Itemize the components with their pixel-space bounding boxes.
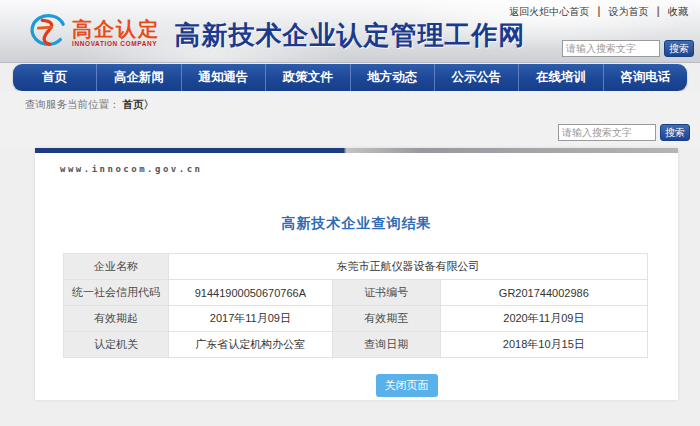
field-value-credit-code: 91441900050670766A [169, 280, 333, 306]
link-torch-home[interactable]: 返回火炬中心首页 [509, 5, 589, 19]
secondary-search-input[interactable] [558, 124, 656, 141]
header-search: 搜索 [562, 40, 694, 57]
panel-top-bar [35, 148, 678, 153]
field-value-valid-to: 2020年11月09日 [440, 306, 647, 332]
field-value-cert-no: GR201744002986 [440, 280, 647, 306]
table-row: 认定机关 广东省认定机构办公室 查询日期 2018年10月15日 [64, 332, 648, 358]
close-page-button[interactable]: 关闭页面 [376, 374, 438, 397]
breadcrumb-home-link[interactable]: 首页〉 [122, 98, 154, 110]
close-button-row: 关闭页面 [35, 374, 678, 397]
field-label-authority: 认定机关 [64, 332, 169, 358]
nav-item-training[interactable]: 在线培训 [518, 64, 602, 91]
link-favorite[interactable]: 收藏 [668, 5, 688, 19]
page-title: 高新技术企业认定管理工作网 [175, 18, 526, 53]
site-logo[interactable]: 高企认定 INNOVATION COMPANY [26, 9, 160, 55]
nav-item-announcements[interactable]: 公示公告 [434, 64, 518, 91]
breadcrumb: 查询服务当前位置： 首页〉 [25, 98, 154, 112]
field-label-query-date: 查询日期 [332, 332, 440, 358]
logo-swoosh-icon [26, 9, 68, 55]
secondary-search: 搜索 [558, 124, 690, 141]
field-value-valid-from: 2017年11月09日 [169, 306, 333, 332]
field-label-valid-to: 有效期至 [332, 306, 440, 332]
field-value-authority: 广东省认定机构办公室 [169, 332, 333, 358]
nav-item-regional[interactable]: 地方动态 [350, 64, 434, 91]
table-row: 统一社会信用代码 91441900050670766A 证书编号 GR20174… [64, 280, 648, 306]
result-table: 企业名称 东莞市正航仪器设备有限公司 统一社会信用代码 914419000506… [63, 253, 648, 358]
field-label-company: 企业名称 [64, 254, 169, 280]
field-label-cert-no: 证书编号 [332, 280, 440, 306]
nav-item-notices[interactable]: 通知通告 [181, 64, 265, 91]
main-nav: 首页 高企新闻 通知通告 政策文件 地方动态 公示公告 在线培训 咨询电话 [13, 64, 687, 91]
table-row: 有效期起 2017年11月09日 有效期至 2020年11月09日 [64, 306, 648, 332]
site-header: 返回火炬中心首页 ┃ 设为首页 ┃ 收藏 高企认定 INNOVATION COM… [0, 0, 700, 63]
field-label-credit-code: 统一社会信用代码 [64, 280, 169, 306]
result-panel: www.innocom.gov.cn 高新技术企业查询结果 企业名称 东莞市正航… [35, 148, 678, 400]
link-separator: ┃ [596, 7, 601, 17]
site-url: www.innocom.gov.cn [60, 164, 678, 174]
logo-text: 高企认定 [72, 18, 160, 40]
header-search-button[interactable]: 搜索 [664, 40, 694, 57]
field-value-query-date: 2018年10月15日 [440, 332, 647, 358]
nav-item-hotline[interactable]: 咨询电话 [603, 64, 687, 91]
result-title: 高新技术企业查询结果 [35, 215, 678, 233]
secondary-search-button[interactable]: 搜索 [660, 124, 690, 141]
nav-item-home[interactable]: 首页 [13, 64, 96, 91]
logo-subtext: INNOVATION COMPANY [72, 40, 160, 47]
link-separator: ┃ [656, 7, 661, 17]
breadcrumb-prefix: 查询服务当前位置： [25, 98, 120, 110]
header-search-input[interactable] [562, 40, 660, 57]
field-label-valid-from: 有效期起 [64, 306, 169, 332]
field-value-company: 东莞市正航仪器设备有限公司 [169, 254, 648, 280]
link-set-homepage[interactable]: 设为首页 [609, 5, 649, 19]
nav-item-news[interactable]: 高企新闻 [96, 64, 180, 91]
nav-item-policies[interactable]: 政策文件 [265, 64, 349, 91]
utility-links: 返回火炬中心首页 ┃ 设为首页 ┃ 收藏 [509, 5, 688, 19]
table-row: 企业名称 东莞市正航仪器设备有限公司 [64, 254, 648, 280]
breadcrumb-band: 查询服务当前位置： 首页〉 搜索 [0, 91, 700, 148]
